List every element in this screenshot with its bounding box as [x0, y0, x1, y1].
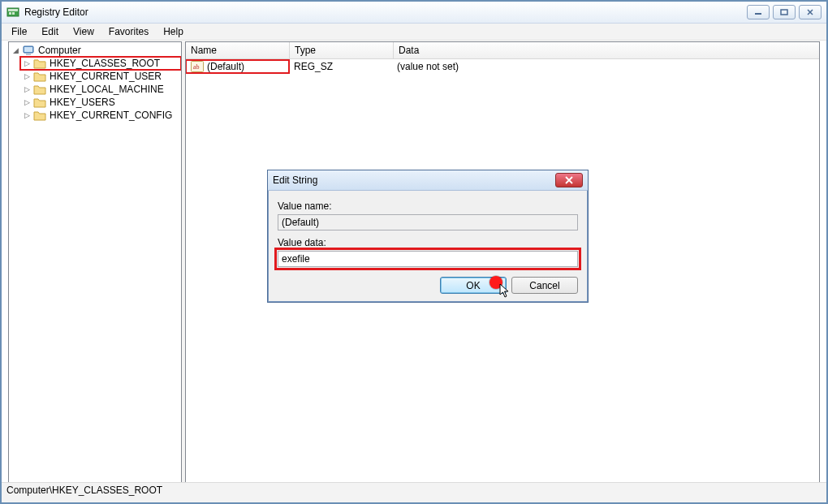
- dialog-titlebar: Edit String: [268, 170, 588, 191]
- tree-item-label: HKEY_USERS: [48, 97, 117, 108]
- menu-favorites[interactable]: Favorites: [102, 24, 155, 39]
- tree-item-label: HKEY_CURRENT_USER: [48, 71, 163, 82]
- menu-view[interactable]: View: [67, 24, 101, 39]
- expander-icon[interactable]: ▷: [22, 58, 32, 68]
- app-icon: [6, 6, 19, 19]
- expander-icon[interactable]: ▷: [22, 110, 32, 120]
- svg-rect-1: [8, 9, 18, 11]
- col-name[interactable]: Name: [186, 42, 290, 58]
- tree-item-hkey-classes-root[interactable]: ▷ HKEY_CLASSES_ROOT: [20, 57, 181, 70]
- svg-rect-4: [755, 13, 761, 15]
- computer-icon: [22, 44, 35, 57]
- cell-name[interactable]: ab (Default): [186, 60, 289, 73]
- svg-rect-8: [26, 54, 31, 55]
- col-data[interactable]: Data: [394, 42, 819, 58]
- value-name-label: Value name:: [278, 200, 578, 212]
- col-type[interactable]: Type: [290, 42, 394, 58]
- menu-help[interactable]: Help: [157, 24, 190, 39]
- folder-icon: [33, 84, 46, 95]
- close-button[interactable]: [799, 5, 822, 19]
- cell-name-text: (Default): [207, 61, 244, 72]
- svg-rect-2: [9, 12, 11, 15]
- tree-item-label: HKEY_CLASSES_ROOT: [48, 58, 162, 69]
- expander-icon[interactable]: ▷: [22, 84, 32, 94]
- menubar: File Edit View Favorites Help: [2, 24, 826, 41]
- svg-text:ab: ab: [193, 63, 200, 71]
- svg-rect-7: [24, 47, 32, 52]
- folder-icon: [33, 110, 46, 121]
- value-data-field[interactable]: [278, 251, 578, 267]
- tree-pane[interactable]: ◢ Computer ▷ HKEY_CLASSES_ROOT ▷ HKEY_CU…: [8, 41, 182, 485]
- menu-edit[interactable]: Edit: [35, 24, 65, 39]
- folder-icon: [33, 71, 46, 82]
- maximize-button[interactable]: [773, 5, 796, 19]
- svg-rect-3: [12, 12, 15, 15]
- expander-icon[interactable]: ▷: [22, 71, 32, 81]
- cursor-icon: [499, 283, 511, 298]
- tree-item-label: HKEY_LOCAL_MACHINE: [48, 84, 166, 95]
- tree-root[interactable]: ◢ Computer: [9, 44, 181, 57]
- menu-file[interactable]: File: [5, 24, 33, 39]
- minimize-button[interactable]: [747, 5, 770, 19]
- string-value-icon: ab: [191, 61, 204, 72]
- statusbar: Computer\HKEY_CLASSES_ROOT: [2, 482, 826, 502]
- tree-item-hkey-current-config[interactable]: ▷ HKEY_CURRENT_CONFIG: [20, 109, 181, 122]
- tree-item-label: HKEY_CURRENT_CONFIG: [48, 110, 174, 121]
- folder-icon: [33, 58, 46, 69]
- value-name-field: [278, 214, 578, 230]
- value-data-label: Value data:: [278, 237, 578, 248]
- cancel-button[interactable]: Cancel: [511, 277, 578, 294]
- window-title: Registry Editor: [24, 6, 747, 18]
- list-row[interactable]: ab (Default) REG_SZ (value not set): [186, 59, 819, 73]
- expander-icon[interactable]: ◢: [11, 45, 20, 55]
- tree-root-label: Computer: [37, 45, 83, 56]
- tree-item-hkey-current-user[interactable]: ▷ HKEY_CURRENT_USER: [20, 70, 181, 83]
- dialog-close-button[interactable]: [555, 173, 583, 187]
- expander-icon[interactable]: ▷: [22, 97, 32, 107]
- folder-icon: [33, 97, 46, 108]
- registry-editor-window: Registry Editor File Edit View Favorites…: [0, 0, 828, 504]
- titlebar: Registry Editor: [2, 2, 826, 24]
- list-header: Name Type Data: [186, 42, 819, 59]
- dialog-title: Edit String: [273, 174, 555, 186]
- tree-item-hkey-local-machine[interactable]: ▷ HKEY_LOCAL_MACHINE: [20, 83, 181, 96]
- svg-rect-5: [781, 10, 787, 15]
- cell-data: (value not set): [392, 60, 819, 73]
- close-icon: [564, 176, 574, 184]
- tree-item-hkey-users[interactable]: ▷ HKEY_USERS: [20, 96, 181, 109]
- edit-string-dialog: Edit String Value name: Value data: OK C…: [267, 170, 589, 303]
- cell-type: REG_SZ: [289, 60, 392, 73]
